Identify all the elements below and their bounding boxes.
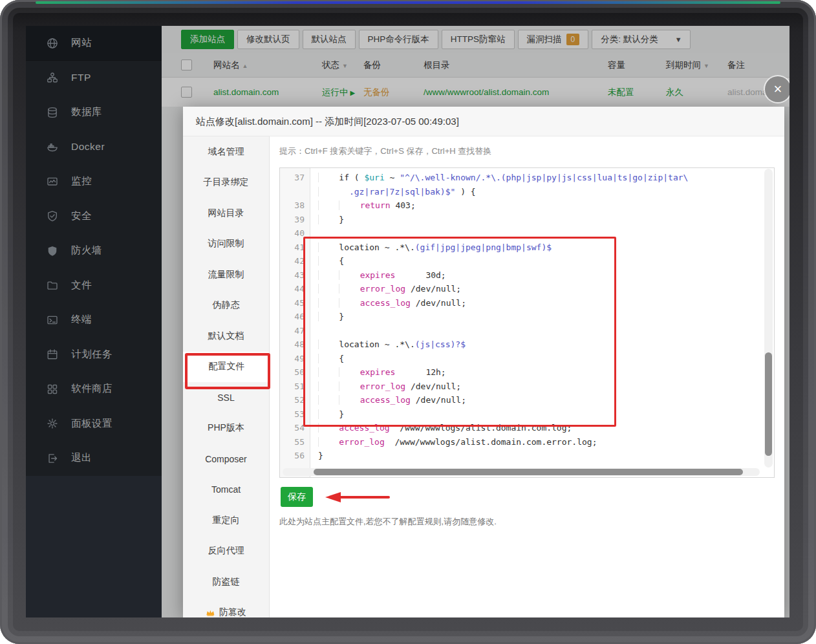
line-number: 45 xyxy=(280,296,310,310)
code-line: 43 expires 30d; xyxy=(280,268,764,283)
vertical-scrollbar-thumb[interactable] xyxy=(765,352,772,456)
modal-tab-label: 默认文档 xyxy=(208,330,244,342)
line-number: 54 xyxy=(280,421,310,435)
line-number xyxy=(280,185,310,199)
code-line: 39 } xyxy=(280,213,764,227)
modal-content: 提示：Ctrl+F 搜索关键字，Ctrl+S 保存，Ctrl+H 查找替换 37… xyxy=(275,136,784,617)
code-line: 49 { xyxy=(280,352,764,366)
modal-tab-label: 反向代理 xyxy=(208,545,244,557)
line-number: 48 xyxy=(280,338,310,352)
code-line: 45 access_log /dev/null; xyxy=(280,296,764,310)
line-number: 42 xyxy=(280,254,310,268)
modal-tab-traffic-limit[interactable]: 流量限制 xyxy=(183,259,269,290)
modal-tab-menu: 域名管理 子目录绑定 网站目录 xyxy=(183,136,270,617)
code-line: 52 access_log /dev/null; xyxy=(280,393,764,407)
modal-tab-subdir[interactable]: 子目录绑定 xyxy=(183,167,269,199)
line-number: 39 xyxy=(280,213,310,227)
modal-tab-ssl[interactable]: SSL xyxy=(183,382,269,413)
frame-top-accent xyxy=(36,1,780,4)
line-number: 53 xyxy=(280,407,310,422)
modal-tab-domain[interactable]: 域名管理 xyxy=(183,136,269,167)
code-line: 38 return 403; xyxy=(280,199,764,213)
line-number: 50 xyxy=(280,365,310,380)
code-line: 42 { xyxy=(280,254,764,268)
modal-tab-label: 配置文件 xyxy=(209,361,245,372)
modal-tab-php-version[interactable]: PHP版本 xyxy=(183,413,269,444)
line-number: 56 xyxy=(280,449,310,463)
line-number: 47 xyxy=(280,324,310,338)
modal-header: 站点修改[alist.domain.com] -- 添加时间[2023-07-0… xyxy=(183,107,784,136)
line-number: 51 xyxy=(280,380,310,394)
modal-tab-label: 防篡改 xyxy=(219,606,246,617)
modal-tab-label: 域名管理 xyxy=(208,146,244,158)
modal-tab-default-doc[interactable]: 默认文档 xyxy=(183,321,269,352)
modal-tab-label: SSL xyxy=(217,392,234,403)
line-number: 43 xyxy=(280,268,310,283)
modal-tab-label: 防盗链 xyxy=(213,576,240,588)
code-line: 48 location ~ .*\.(js|css)?$ xyxy=(280,338,764,352)
code-line: 44 error_log /dev/null; xyxy=(280,282,764,296)
annotation-arrow xyxy=(324,491,391,504)
line-number: 41 xyxy=(280,241,310,255)
modal-title: 站点修改[alist.domain.com] -- 添加时间[2023-07-0… xyxy=(183,107,784,136)
decorative-frame: 网站 FTP 数据库 Docker 监控 xyxy=(0,0,816,644)
editor-hint: 提示：Ctrl+F 搜索关键字，Ctrl+S 保存，Ctrl+H 查找替换 xyxy=(279,145,491,157)
code-line: 50 expires 12h; xyxy=(280,365,764,380)
crown-icon xyxy=(206,608,215,616)
modal-tab-label: 网站目录 xyxy=(208,208,244,219)
modal-tab-label: Composer xyxy=(205,454,247,464)
line-number: 38 xyxy=(280,199,310,213)
line-number: 52 xyxy=(280,393,310,407)
modal-tab-tamper-proof[interactable]: 防篡改 xyxy=(183,597,269,618)
config-editor[interactable]: 37 if ( $uri ~ "^/\.well-known/.*\.(php|… xyxy=(279,167,775,478)
modal-tab-label: 流量限制 xyxy=(208,269,244,281)
code-line: 56 } xyxy=(280,449,764,463)
line-number: 37 xyxy=(280,171,310,185)
modal-tab-label: PHP版本 xyxy=(208,422,244,434)
editor-lines: 37 if ( $uri ~ "^/\.well-known/.*\.(php|… xyxy=(280,171,764,463)
code-line: .gz|rar|7z|sql|bak)$" ) { xyxy=(280,185,764,199)
modal-tab-label: Tomcat xyxy=(211,484,241,495)
modal-tab-label: 子目录绑定 xyxy=(204,177,249,188)
panel: 网站 FTP 数据库 Docker 监控 xyxy=(26,26,789,617)
modal-tab-tomcat[interactable]: Tomcat xyxy=(183,475,269,506)
modal-tab-hotlink[interactable]: 防盗链 xyxy=(183,566,269,597)
modal-tab-access-limit[interactable]: 访问限制 xyxy=(183,229,269,260)
code-line: 55 error_log /www/wwwlogs/alist.domain.c… xyxy=(280,435,764,449)
modal-tab-site-dir[interactable]: 网站目录 xyxy=(183,198,269,229)
code-line: 41 location ~ .*\.(gif|jpg|jpeg|png|bmp|… xyxy=(280,241,764,255)
code-line: 54 access_log /www/wwwlogs/alist.domain.… xyxy=(280,421,764,435)
modal-tab-label: 重定向 xyxy=(213,515,240,526)
line-number: 44 xyxy=(280,282,310,296)
horizontal-scrollbar-thumb[interactable] xyxy=(314,469,743,475)
line-number: 49 xyxy=(280,352,310,366)
save-button[interactable]: 保存 xyxy=(281,487,313,507)
editor-vertical-scrollbar xyxy=(764,169,773,467)
code-line: 46 } xyxy=(280,310,764,324)
code-line: 51 error_log /dev/null; xyxy=(280,380,764,394)
code-line: 37 if ( $uri ~ "^/\.well-known/.*\.(php|… xyxy=(280,171,764,185)
line-number: 40 xyxy=(280,226,310,241)
modal-tab-redirect[interactable]: 重定向 xyxy=(183,505,269,536)
line-number: 55 xyxy=(280,435,310,449)
modal-tab-composer[interactable]: Composer xyxy=(183,444,269,475)
code-line: 53 } xyxy=(280,407,764,422)
modal-tab-rewrite[interactable]: 伪静态 xyxy=(183,290,269,321)
site-edit-modal: 站点修改[alist.domain.com] -- 添加时间[2023-07-0… xyxy=(183,107,784,617)
modal-tab-label: 访问限制 xyxy=(208,238,244,250)
editor-horizontal-scrollbar xyxy=(283,468,760,476)
close-icon[interactable]: × xyxy=(765,76,789,102)
line-number: 46 xyxy=(280,310,310,324)
config-warning-text: 此处为站点主配置文件,若您不了解配置规则,请勿随意修改. xyxy=(279,516,497,528)
code-line: 47 xyxy=(280,324,764,338)
modal-tab-reverse-proxy[interactable]: 反向代理 xyxy=(183,536,269,567)
modal-tab-label: 伪静态 xyxy=(213,299,240,311)
code-line: 40 xyxy=(280,226,764,241)
modal-tab-config-file[interactable]: 配置文件 xyxy=(183,352,270,383)
